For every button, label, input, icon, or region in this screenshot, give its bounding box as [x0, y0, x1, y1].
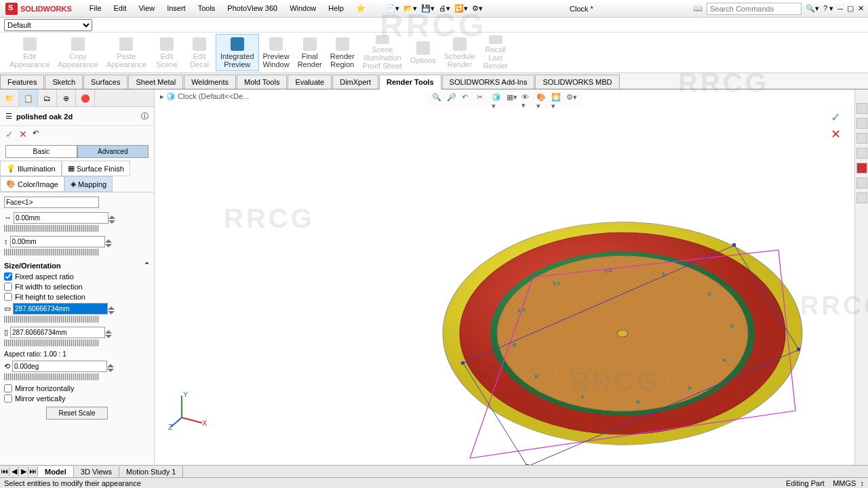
scene-icon[interactable]: 🌅▾ [551, 93, 562, 104]
minimize-icon[interactable]: ─ [837, 5, 843, 13]
search-input[interactable] [707, 3, 802, 15]
fm-tab-appearance-icon[interactable]: 🔴 [76, 89, 95, 107]
tab-dimxpert[interactable]: DimXpert [332, 75, 378, 89]
view-orient-icon[interactable]: 🧊▾ [492, 93, 502, 104]
collapse-icon[interactable]: ⌃ [144, 261, 150, 270]
model-tab[interactable]: Model [38, 466, 74, 477]
tab-solidworks-mbd[interactable]: SOLIDWORKS MBD [535, 75, 619, 89]
appearances-icon[interactable] [856, 178, 867, 188]
ribbon-final-render[interactable]: FinalRender [294, 34, 326, 71]
hide-show-icon[interactable]: 👁▾ [521, 93, 532, 104]
status-units[interactable]: MMGS [833, 479, 856, 487]
zoom-area-icon[interactable]: 🔎 [447, 93, 458, 104]
width-input[interactable] [13, 303, 108, 314]
illumination-tab[interactable]: 💡Illumination [0, 161, 62, 176]
tab-surfaces[interactable]: Surfaces [83, 75, 127, 89]
menu-photoview[interactable]: PhotoView 360 [222, 1, 283, 16]
tab-solidworks-add-ins[interactable]: SOLIDWORKS Add-Ins [442, 75, 535, 89]
menu-file[interactable]: File [84, 1, 107, 16]
view-triad[interactable]: Y X Z [168, 390, 209, 431]
file-explorer-icon[interactable] [856, 148, 867, 159]
fm-tab-dim-icon[interactable]: ⊕ [57, 89, 76, 107]
info-icon[interactable]: ⓘ [141, 111, 149, 121]
ribbon-render-region[interactable]: RenderRegion [326, 34, 359, 71]
color-image-tab[interactable]: 🎨Color/Image [0, 176, 64, 192]
viewport[interactable]: ▸ 🧊 Clock (Default<<De... 🔍 🔎 ↶ ✂ 🧊▾ ▦▾ … [155, 89, 854, 465]
ok-button[interactable]: ✓ [5, 129, 14, 140]
ok-overlay-icon[interactable]: ✓ [831, 110, 841, 125]
menu-edit[interactable]: Edit [108, 1, 132, 16]
new-icon[interactable]: 📄▾ [386, 4, 399, 13]
next-icon[interactable]: ▶ [19, 467, 28, 476]
basic-tab[interactable]: Basic [5, 145, 77, 158]
prev-view-icon[interactable]: ↶ [462, 93, 473, 104]
mirror-h-checkbox[interactable] [4, 384, 12, 392]
display-style-icon[interactable]: ▦▾ [507, 93, 517, 104]
ribbon-preview-window[interactable]: PreviewWindow [259, 34, 294, 71]
fit-width-checkbox[interactable] [4, 283, 12, 291]
save-icon[interactable]: 💾▾ [421, 4, 435, 13]
tab-features[interactable]: Features [0, 75, 44, 89]
menu-tools[interactable]: Tools [193, 1, 221, 16]
custom-props-icon[interactable] [856, 192, 867, 203]
rebuild-icon[interactable]: 🔁▾ [454, 4, 468, 13]
config-dropdown[interactable]: Default [4, 19, 92, 31]
surface-finish-tab[interactable]: ▦Surface Finish [62, 161, 130, 176]
resources-icon[interactable] [856, 118, 867, 129]
appearance-icon[interactable]: 🎨▾ [536, 93, 547, 104]
maximize-icon[interactable]: ▢ [847, 4, 854, 13]
tab-weldments[interactable]: Weldments [184, 75, 236, 89]
offset-slider[interactable] [4, 225, 99, 232]
tab-render-tools[interactable]: Render Tools [379, 75, 441, 89]
face-selection[interactable]: Face<1> [4, 197, 99, 208]
search-commands-icon[interactable]: 📖 [693, 4, 703, 13]
fm-tab-tree-icon[interactable]: 📁 [0, 89, 19, 107]
first-icon[interactable]: ⏮ [0, 467, 9, 476]
mapping-tab[interactable]: ◈Mapping [64, 176, 113, 192]
fm-tab-config-icon[interactable]: 🗂 [38, 89, 57, 107]
home-icon[interactable] [856, 103, 867, 114]
help-icon[interactable]: ? ▾ [823, 4, 833, 13]
3d-views-tab[interactable]: 3D Views [74, 466, 119, 477]
menu-insert[interactable]: Insert [161, 1, 191, 16]
fm-tab-property-icon[interactable]: 📋 [19, 89, 38, 107]
tab-evaluate[interactable]: Evaluate [288, 75, 332, 89]
mirror-v-checkbox[interactable] [4, 394, 12, 403]
vertical-offset-input[interactable] [10, 236, 105, 247]
height-input[interactable] [10, 327, 105, 338]
height-slider[interactable] [4, 340, 99, 346]
close-icon[interactable]: ✕ [858, 4, 864, 13]
settings-icon[interactable]: ⚙▾ [472, 4, 483, 13]
last-icon[interactable]: ⏭ [28, 467, 38, 476]
tab-sheet-metal[interactable]: Sheet Metal [128, 75, 183, 89]
fit-height-checkbox[interactable] [4, 293, 12, 301]
cancel-overlay-icon[interactable]: ✕ [831, 127, 841, 142]
menu-window[interactable]: Window [284, 1, 321, 16]
zoom-fit-icon[interactable]: 🔍 [432, 93, 443, 104]
motion-study-tab[interactable]: Motion Study 1 [119, 466, 183, 477]
advanced-tab[interactable]: Advanced [77, 145, 149, 158]
horizontal-offset-input[interactable] [14, 212, 108, 224]
section-view-icon[interactable]: ✂ [477, 93, 488, 104]
reset-scale-button[interactable]: Reset Scale [46, 407, 108, 420]
menu-view[interactable]: View [133, 1, 160, 16]
rotation-slider[interactable] [4, 373, 99, 380]
tab-sketch[interactable]: Sketch [45, 75, 83, 89]
print-icon[interactable]: 🖨▾ [439, 4, 450, 13]
design-library-icon[interactable] [856, 133, 867, 144]
open-icon[interactable]: 📂▾ [403, 4, 417, 13]
menu-pin-icon[interactable]: ⭐ [351, 1, 371, 16]
fixed-aspect-checkbox[interactable] [4, 272, 12, 281]
preview-icon[interactable]: ↶ [33, 129, 39, 140]
cancel-button[interactable]: ✕ [19, 129, 27, 140]
prev-icon[interactable]: ◀ [9, 467, 19, 476]
view-palette-icon[interactable] [856, 163, 867, 174]
viewport-breadcrumb[interactable]: Clock (Default<<De... [178, 92, 249, 100]
search-dropdown-icon[interactable]: 🔍▾ [806, 4, 819, 13]
tab-mold-tools[interactable]: Mold Tools [237, 75, 287, 89]
rotation-input[interactable] [12, 361, 107, 372]
ribbon-integrated-preview[interactable]: IntegratedPreview [216, 34, 259, 71]
view-settings-icon[interactable]: ⚙▾ [566, 93, 577, 104]
menu-help[interactable]: Help [323, 1, 349, 16]
width-slider[interactable] [4, 316, 99, 323]
